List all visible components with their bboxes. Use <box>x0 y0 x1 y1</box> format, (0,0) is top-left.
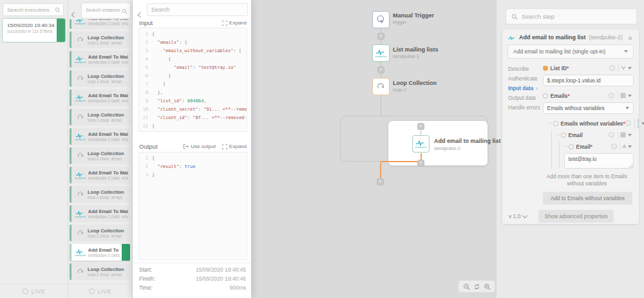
string-type-selector[interactable]: A <box>620 143 634 150</box>
radio-icon[interactable] <box>553 121 558 126</box>
step-title: Add Email To Mailing ... <box>88 131 128 137</box>
node-add-email-to-mailing-list[interactable]: sendpulse <box>412 135 430 153</box>
output-json-viewer[interactable]: 1{2 "result": true3} <box>138 152 247 260</box>
workflow-canvas[interactable]: Manual Trigger trigger + sendpulse List … <box>251 0 496 298</box>
step-title: Loop Collection <box>88 189 128 195</box>
debug-search[interactable] <box>147 3 248 16</box>
add-step-button[interactable]: + <box>377 178 384 185</box>
code-line: 3} <box>139 171 247 180</box>
step-list-item[interactable]: sendpulseAdd Email To Mailing ...sendpul… <box>70 19 130 29</box>
code-line: 9 "list_id": 804064, <box>139 97 247 106</box>
radio-icon[interactable] <box>543 93 548 98</box>
code-line: 1{ <box>139 30 247 39</box>
properties-nav: DescribeAuthenticateInput data›Output da… <box>502 63 542 205</box>
step-subtitle: loop-1 (loop_array) <box>88 118 128 122</box>
collapse-icon[interactable] <box>627 35 633 41</box>
loop-icon <box>75 36 86 44</box>
loop-icon <box>75 229 86 237</box>
node-manual-trigger[interactable] <box>372 11 390 28</box>
zoom-reset-button[interactable] <box>473 283 480 290</box>
list-id-input[interactable]: $.steps.loop-1.value.id <box>543 75 634 86</box>
input-json-viewer[interactable]: 1{2 "emails": {3 "emails_without_variabl… <box>138 28 247 132</box>
timing-finish-row: Finish: 15/09/2020 19:40:46 <box>139 275 246 282</box>
email-textarea[interactable]: test@tray.io <box>564 153 634 169</box>
input-section-header: Input Expand <box>139 19 247 26</box>
step-list-item[interactable]: sendpulseAdd Email To Mailing ...sendpul… <box>70 51 130 68</box>
instance-search[interactable]: Search instance <box>81 3 131 19</box>
zoom-out-button[interactable] <box>463 283 470 290</box>
use-output-button[interactable]: Use output <box>183 144 216 149</box>
show-advanced-properties-button[interactable]: Show advanced properties <box>538 210 613 223</box>
add-step-button[interactable]: + <box>377 33 384 40</box>
step-list-item[interactable]: Loop Collectionloop-1 (loop_array) <box>70 70 130 87</box>
instance-live-toggle[interactable]: LIVE <box>68 284 132 298</box>
node-list-mailing-lists[interactable]: sendpulse <box>372 44 390 62</box>
step-list-item[interactable]: sendpulseAdd Email To Mailing ...sendpul… <box>70 167 130 183</box>
chevron-down-icon <box>628 134 632 136</box>
back-icon[interactable] <box>72 8 76 19</box>
properties-nav-input-data[interactable]: Input data› <box>502 84 542 93</box>
zoom-in-button[interactable] <box>484 283 491 290</box>
executions-search[interactable] <box>3 3 64 16</box>
step-search[interactable] <box>506 8 637 24</box>
use-output-icon <box>183 144 189 149</box>
properties-nav-authenticate[interactable]: Authenticate <box>502 74 542 84</box>
node-subtitle: sendpulse-1 <box>393 53 419 59</box>
properties-nav-describe[interactable]: Describe <box>502 64 542 74</box>
node-loop-collection[interactable] <box>372 78 390 95</box>
step-list-item[interactable]: Loop Collectionloop-1 (loop_array) <box>70 109 130 126</box>
array-type-selector[interactable]: [ ] <box>634 118 644 129</box>
step-list-item[interactable]: Loop Collectionloop-1 (loop_array) <box>70 186 130 203</box>
sendpulse-icon: sendpulse <box>75 133 86 141</box>
executions-search-input[interactable] <box>7 7 55 13</box>
jsonpath-type-selector[interactable] <box>618 64 634 71</box>
step-list-item[interactable]: sendpulseAdd Email To Mailing ...sendpul… <box>70 205 130 222</box>
trigger-icon <box>375 14 386 25</box>
radio-icon[interactable] <box>561 133 566 138</box>
step-list-item[interactable]: sendpulseAdd Email To Mailing ...sendpul… <box>70 89 130 106</box>
executions-live-toggle[interactable]: LIVE <box>0 284 68 298</box>
properties-nav-handle-errors[interactable]: Handle errors <box>502 103 542 113</box>
emails-mode-select[interactable]: Emails without variables <box>543 102 634 114</box>
version-selector[interactable]: v 1.0 <box>509 213 527 219</box>
object-type-selector[interactable] <box>618 131 634 138</box>
step-subtitle: loop-1 (loop_array) <box>88 41 128 45</box>
step-list-item[interactable]: sendpulseAdd Email To Maili...sendpulse-… <box>70 244 130 261</box>
step-subtitle: sendpulse-2 (add_email_t... <box>88 176 128 180</box>
info-icon[interactable]: i <box>611 144 617 149</box>
step-list-item[interactable]: Loop Collectionloop-1 (loop_array) <box>70 263 130 280</box>
step-list-item[interactable]: Loop Collectionloop-1 (loop_array) <box>70 147 130 164</box>
step-title: Add Email To Mailing ... <box>88 170 128 176</box>
info-icon[interactable]: i <box>609 65 615 71</box>
output-expand-button[interactable]: Expand <box>222 144 247 149</box>
add-step-button[interactable]: + <box>417 160 424 167</box>
code-line: 8 }, <box>139 89 247 97</box>
step-search-input[interactable] <box>522 13 631 20</box>
code-line: 4 { <box>139 55 247 64</box>
radio-icon[interactable] <box>569 144 574 149</box>
object-type-selector[interactable] <box>618 92 634 99</box>
info-icon[interactable]: i <box>625 120 631 126</box>
search-icon <box>55 4 61 15</box>
resize-grip-icon[interactable] <box>629 163 632 167</box>
operation-select[interactable]: Add email to mailing list (single opt-in… <box>507 44 634 59</box>
execution-list-item[interactable]: 15/09/2020 19:40:34 successful in 11s 57… <box>2 18 66 42</box>
step-list-item[interactable]: Loop Collectionloop-1 (loop_array) <box>70 32 130 48</box>
sendpulse-icon: sendpulse <box>75 248 86 257</box>
branch-icon <box>621 65 626 71</box>
sendpulse-icon: sendpulse <box>75 19 86 25</box>
input-expand-button[interactable]: Expand <box>222 20 247 26</box>
step-list-item[interactable]: sendpulseAdd Email To Mailing ...sendpul… <box>70 128 130 145</box>
add-to-emails-button[interactable]: Add to Emails without variables <box>543 192 632 205</box>
back-icon[interactable] <box>138 8 142 19</box>
add-step-button[interactable]: + <box>377 66 384 73</box>
add-step-button[interactable]: + <box>417 123 424 130</box>
info-icon[interactable]: i <box>609 93 614 98</box>
properties-nav-output-data[interactable]: Output data <box>502 93 542 103</box>
debug-search-input[interactable] <box>151 6 243 13</box>
step-list-item[interactable]: Loop Collectionloop-1 (loop_array) <box>70 225 130 241</box>
info-icon[interactable]: i <box>609 132 614 138</box>
node-title: Loop Collection <box>393 80 437 86</box>
properties-panel: Add email to mailing list (sendpulse-2) … <box>496 0 644 298</box>
step-card-header[interactable]: Add email to mailing list (sendpulse-2) <box>502 30 639 44</box>
